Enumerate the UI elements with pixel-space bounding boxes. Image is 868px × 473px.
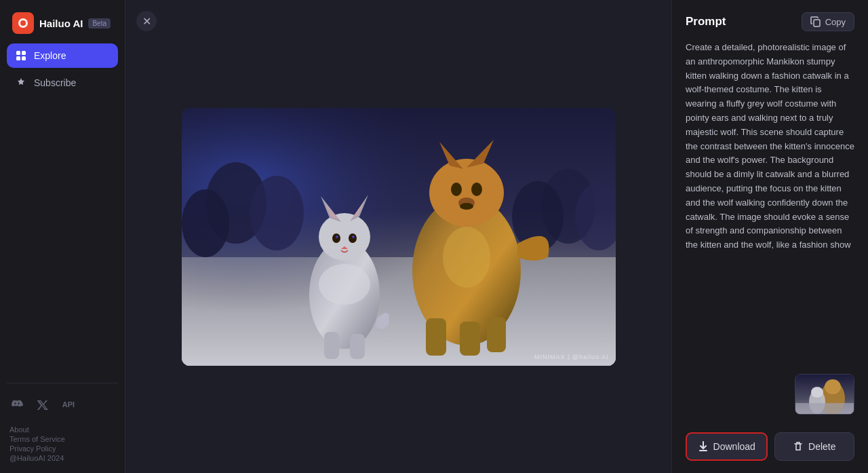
subscribe-label: Subscribe — [34, 77, 76, 88]
svg-rect-4 — [16, 56, 20, 60]
svg-point-36 — [352, 235, 355, 238]
terms-link[interactable]: Terms of Service — [9, 435, 115, 443]
sidebar-item-explore[interactable]: Explore — [7, 43, 118, 68]
about-link[interactable]: About — [9, 425, 115, 434]
download-button[interactable]: Download — [686, 432, 768, 461]
sidebar: Hailuo AI Beta Explore Subscribe — [0, 0, 125, 473]
copy-button[interactable]: Copy — [802, 12, 854, 31]
delete-label: Delete — [808, 441, 835, 452]
svg-rect-50 — [699, 450, 707, 451]
app-name: Hailuo AI — [39, 18, 83, 29]
svg-point-16 — [429, 159, 504, 227]
actions-row: Download Delete — [686, 423, 854, 461]
x-twitter-icon[interactable] — [35, 397, 50, 412]
app-logo-icon — [12, 12, 34, 34]
svg-point-34 — [349, 233, 357, 243]
svg-point-35 — [336, 235, 338, 238]
svg-point-26 — [443, 227, 490, 288]
sidebar-footer: API About Terms of Service Privacy Polic… — [7, 383, 118, 465]
svg-rect-43 — [814, 20, 820, 26]
prompt-text: Create a detailed, photorealistic image … — [686, 41, 854, 366]
prompt-title: Prompt — [686, 15, 726, 29]
svg-rect-49 — [795, 403, 854, 415]
explore-label: Explore — [34, 50, 66, 61]
svg-rect-3 — [22, 51, 26, 55]
generated-image-container: ⠀⠀MINIMAX | @hailuo AI — [182, 108, 616, 366]
explore-icon — [15, 50, 27, 62]
scene-svg — [182, 108, 616, 366]
svg-point-48 — [811, 387, 823, 398]
svg-point-28 — [319, 213, 370, 261]
logo-area: Hailuo AI Beta — [7, 8, 118, 43]
api-text: API — [62, 400, 75, 409]
svg-rect-23 — [426, 318, 446, 356]
copy-button-label: Copy — [825, 17, 846, 27]
privacy-link[interactable]: Privacy Policy — [9, 444, 115, 453]
image-scene: ⠀⠀MINIMAX | @hailuo AI — [182, 108, 616, 366]
close-button[interactable]: ✕ — [136, 11, 157, 31]
delete-icon — [793, 441, 804, 452]
copy-icon — [810, 16, 821, 27]
svg-point-42 — [319, 264, 370, 305]
download-icon — [698, 441, 709, 452]
beta-badge: Beta — [88, 18, 111, 29]
thumbnail-svg — [795, 375, 854, 415]
svg-rect-25 — [487, 317, 506, 352]
discord-icon[interactable] — [9, 397, 24, 412]
svg-rect-2 — [16, 51, 20, 55]
prompt-header: Prompt Copy — [686, 12, 854, 31]
delete-button[interactable]: Delete — [774, 432, 855, 461]
thumbnail-image — [795, 374, 854, 415]
download-label: Download — [713, 441, 755, 452]
svg-point-22 — [460, 203, 473, 210]
svg-point-19 — [451, 183, 462, 196]
thumbnail-scene — [795, 375, 854, 414]
svg-point-46 — [825, 379, 841, 394]
svg-rect-24 — [460, 322, 480, 356]
api-label[interactable]: API — [61, 397, 76, 412]
svg-point-10 — [250, 176, 304, 250]
svg-point-1 — [20, 20, 26, 26]
subscribe-icon — [15, 77, 27, 89]
svg-rect-41 — [350, 334, 365, 359]
main-content: ✕ — [125, 0, 671, 473]
social-icons-row: API — [7, 392, 118, 417]
svg-point-20 — [471, 183, 482, 196]
footer-links: About Terms of Service Privacy Policy @H… — [7, 423, 118, 465]
right-panel: Prompt Copy Create a detailed, photoreal… — [671, 0, 868, 473]
copyright-text: @HailuoAI 2024 — [9, 454, 115, 462]
watermark: ⠀⠀MINIMAX | @hailuo AI — [524, 354, 609, 360]
svg-rect-40 — [324, 332, 339, 359]
svg-point-11 — [182, 189, 229, 257]
sidebar-item-subscribe[interactable]: Subscribe — [7, 71, 118, 95]
svg-point-33 — [332, 233, 340, 243]
svg-rect-5 — [22, 56, 26, 60]
